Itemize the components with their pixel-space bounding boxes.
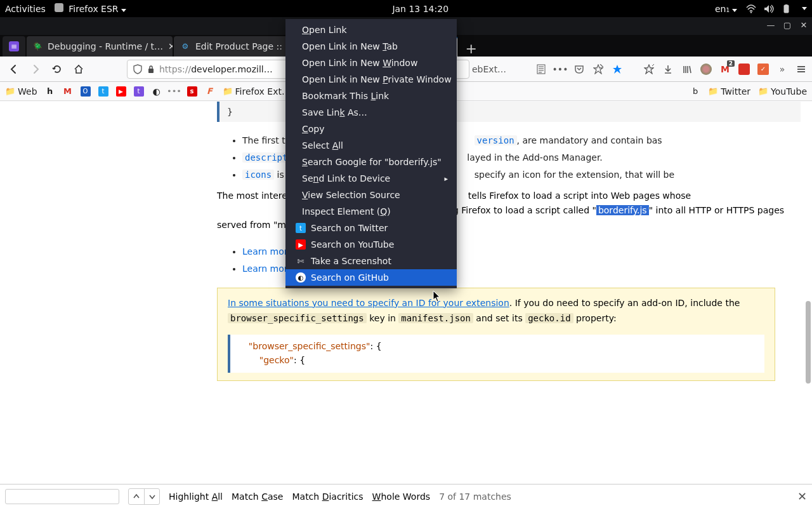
ctx-open-new-tab[interactable]: Open Link in New Tab — [285, 38, 457, 55]
gmail-icon: M — [63, 86, 73, 97]
match-case[interactable]: Match Case — [232, 491, 283, 502]
svg-point-0 — [750, 11, 752, 13]
ctx-view-selection-source[interactable]: View Selection Source — [285, 187, 457, 203]
ctx-take-screenshot[interactable]: ✄Take a Screenshot — [285, 253, 457, 269]
find-next-button[interactable] — [144, 489, 159, 504]
ctx-save-link[interactable]: Save Link As… — [285, 104, 457, 121]
bookmark-youtube[interactable]: ▶ — [116, 86, 126, 97]
forward-button[interactable] — [27, 60, 44, 78]
ctx-search-youtube[interactable]: ▶Search on YouTube — [285, 236, 457, 253]
folder-icon: 📁 — [5, 86, 15, 97]
whole-words[interactable]: Whole Words — [372, 491, 431, 502]
ctx-search-twitter[interactable]: tSearch on Twitter — [285, 220, 457, 236]
hamburger-menu-icon[interactable] — [796, 64, 807, 75]
clock[interactable]: Jan 13 14:20 — [136, 4, 705, 14]
gmail-icon[interactable]: M2 — [719, 64, 731, 75]
profile-icon[interactable] — [700, 64, 712, 75]
app-menu[interactable]: Firefox ESR — [55, 3, 126, 14]
tab-debugging[interactable]: 🪲 Debugging - Runtime / t… ✕ — [27, 36, 173, 57]
highlight-all[interactable]: Highlight All — [169, 491, 223, 502]
favicon-gear-icon: ⚙ — [180, 41, 190, 51]
ctx-bookmark-link[interactable]: Bookmark This Link — [285, 88, 457, 104]
find-prev-button[interactable] — [129, 489, 144, 504]
library-icon[interactable] — [681, 64, 693, 75]
tab-pinned[interactable]: ≡ — [3, 36, 25, 57]
reader-mode-icon[interactable] — [535, 64, 547, 75]
b-icon: b — [690, 86, 700, 97]
downloads-icon[interactable] — [662, 64, 674, 75]
h-icon: h — [45, 86, 55, 97]
pocket-icon[interactable] — [573, 64, 585, 75]
folder-icon: 📁 — [223, 86, 233, 97]
volume-icon[interactable] — [764, 4, 773, 13]
bookmark-b[interactable]: b — [690, 86, 700, 97]
ctx-select-all[interactable]: Select All — [285, 137, 457, 154]
tab-close-icon[interactable]: ✕ — [457, 42, 458, 52]
chevron-down-icon — [121, 9, 126, 12]
maximize-button[interactable]: ▢ — [783, 21, 792, 30]
bookmark-this-icon[interactable] — [643, 64, 655, 75]
ctx-search-github[interactable]: ◐Search on GitHub — [285, 269, 457, 286]
extension-orange-icon[interactable]: ✓ — [757, 64, 769, 75]
scrollbar-thumb[interactable] — [806, 301, 811, 384]
bookmark-dots[interactable]: ••• — [169, 86, 180, 97]
twitter-icon: t — [296, 223, 306, 233]
bookmark-star-icon[interactable] — [612, 64, 623, 75]
reload-button[interactable] — [48, 60, 66, 78]
minimize-button[interactable]: — — [766, 21, 775, 30]
ctx-search-google[interactable]: Search Google for "borderify.js" — [285, 154, 457, 170]
ctx-send-link[interactable]: Send Link to Device▸ — [285, 170, 457, 187]
bookmark-twitter-folder[interactable]: 📁Twitter — [708, 86, 750, 97]
link-specify-id[interactable]: In some situations you need to specify a… — [228, 298, 509, 308]
edit-bookmark-icon[interactable] — [593, 64, 604, 75]
ctx-open-new-window[interactable]: Open Link in New Window — [285, 55, 457, 71]
new-tab-button[interactable]: + — [459, 41, 483, 57]
chevron-down-icon — [732, 9, 737, 12]
shield-icon[interactable] — [133, 64, 143, 74]
home-button[interactable] — [70, 60, 88, 78]
bookmark-github[interactable]: ◐ — [152, 86, 162, 97]
network-icon[interactable] — [746, 4, 755, 13]
ctx-open-link[interactable]: Open Link — [285, 22, 457, 38]
extension-red-icon[interactable] — [738, 64, 750, 75]
code-gecko: gecko.id — [525, 313, 573, 323]
link-descript[interactable]: descript — [242, 152, 290, 163]
close-window-button[interactable]: ✕ — [799, 21, 808, 30]
page-actions-icon[interactable]: ••• — [554, 64, 566, 75]
ctx-copy[interactable]: Copy — [285, 121, 457, 137]
system-menu-icon[interactable] — [802, 7, 807, 10]
bookmark-youtube-folder[interactable]: 📁YouTube — [758, 86, 807, 97]
bookmark-s[interactable]: s — [187, 86, 197, 97]
link-borderify[interactable]: borderify.js — [596, 205, 649, 215]
firefox-icon — [55, 3, 63, 12]
svg-rect-3 — [148, 69, 154, 73]
ctx-open-private[interactable]: Open Link in New Private Window — [285, 71, 457, 88]
bookmark-gmail[interactable]: M — [63, 86, 73, 97]
twitch-icon: t — [134, 86, 144, 97]
battery-icon[interactable] — [782, 4, 790, 13]
bookmark-twitch[interactable]: t — [134, 86, 144, 97]
s-icon: s — [187, 86, 197, 97]
find-close-button[interactable]: ✕ — [797, 490, 807, 503]
tab-close-icon[interactable]: ✕ — [168, 41, 173, 51]
bookmark-web[interactable]: 📁Web — [5, 86, 37, 97]
bookmark-firefox-ext[interactable]: 📁Firefox Ext… — [223, 86, 291, 97]
url-extra-text: ebExt… — [472, 64, 506, 74]
bookmark-outlook[interactable]: O — [81, 86, 91, 97]
f-icon: F — [205, 86, 215, 97]
bookmark-h[interactable]: h — [45, 86, 55, 97]
activities-button[interactable]: Activities — [5, 4, 46, 14]
bookmark-f[interactable]: F — [205, 86, 215, 97]
match-diacritics[interactable]: Match Diacritics — [292, 491, 363, 502]
link-icons[interactable]: icons — [242, 170, 274, 180]
ctx-inspect-element[interactable]: Inspect Element (Q) — [285, 203, 457, 220]
folder-icon: 📁 — [758, 86, 768, 97]
bookmark-twitter[interactable]: t — [98, 86, 108, 97]
code-block-bss: "browser_specific_settings": { "gecko": … — [228, 335, 764, 372]
overflow-icon[interactable]: » — [776, 64, 788, 75]
link-version[interactable]: version — [475, 135, 517, 145]
back-button[interactable] — [5, 60, 23, 78]
lock-icon[interactable] — [147, 65, 155, 74]
find-input[interactable] — [5, 489, 119, 504]
keyboard-layout[interactable]: en₁ — [715, 4, 737, 14]
